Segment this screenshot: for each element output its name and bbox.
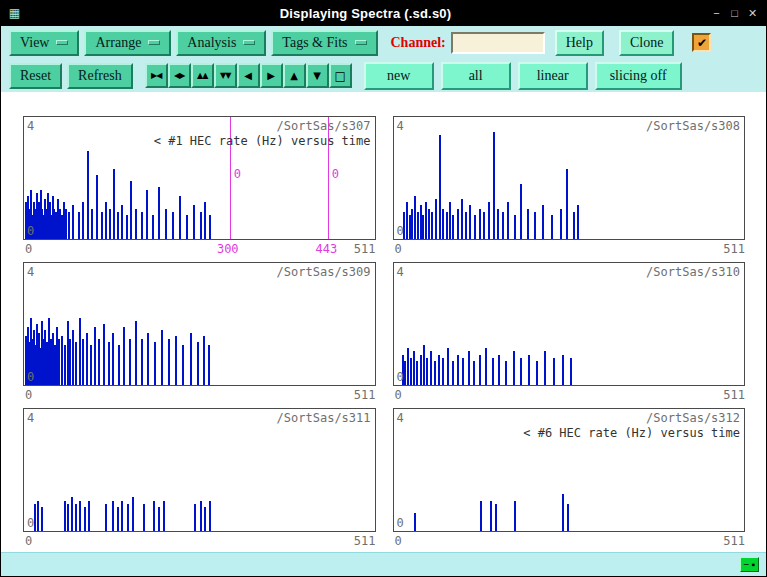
nav-double-up-icon[interactable]: ▲▲ [191,63,214,88]
menu-arrange-button[interactable]: Arrange [84,30,171,56]
menu-tags-fits-button[interactable]: Tags & Fits [271,30,377,56]
spectrum-spike [566,169,568,239]
spectrum-spike [78,212,80,239]
spectrum-spike [163,501,165,532]
spectrum-spike [439,135,441,239]
spectrum-spike [197,342,199,385]
spectrum-spike [505,361,507,385]
spectrum-spike [72,205,74,239]
plot-s309[interactable]: 4 /SortSas/s309 0 [23,262,376,386]
spectrum-spike [449,202,451,239]
spectrum-spike [121,205,123,239]
clone-button[interactable]: Clone [619,30,674,56]
spectrum-spike [442,209,444,240]
plot-canvas [394,263,745,385]
spectrum-spike [135,209,137,240]
spectrum-spike [577,205,579,239]
y-max-label: 4 [27,119,34,133]
minimize-icon[interactable]: − [709,7,724,20]
spectrum-panel-s307: 00 4 /SortSas/s307 < #1 HEC rate (Hz) ve… [23,116,376,258]
plot-s311[interactable]: 4 /SortSas/s311 0 [23,408,376,532]
spectrum-spike [175,336,177,385]
spectrum-spike [416,361,418,385]
plot-subtitle: < #1 HEC rate (Hz) versus time [154,134,371,148]
y-max-label: 4 [27,265,34,279]
plot-title: /SortSas/s312 [646,411,740,425]
all-button[interactable]: all [441,62,511,90]
spectrum-spike [452,361,454,385]
spectrum-spike [161,330,163,385]
cursor-value-label: 0 [234,167,241,181]
close-icon[interactable]: ✕ [745,7,760,20]
spectrum-spike [446,212,448,239]
y-max-label: 4 [397,265,404,279]
menu-view-button[interactable]: View [9,30,79,56]
spectrum-spike [64,501,66,532]
spectrum-spike [158,187,160,239]
menu-analysis-button[interactable]: Analysis [176,30,266,56]
spectrum-spike [135,321,137,385]
nav-full-view-icon[interactable]: □ [329,63,352,88]
maximize-icon[interactable]: □ [727,7,742,20]
y-max-label: 4 [397,119,404,133]
nav-collapse-horizontal-icon[interactable]: ▶◀ [145,63,168,88]
spectrum-spike [182,345,184,385]
x-max-label: 511 [723,388,745,402]
spectrum-spike [414,196,416,239]
spectrum-spike [426,358,428,385]
nav-double-down-icon[interactable]: ▼▼ [214,63,237,88]
nav-up-icon[interactable]: ▲ [283,63,306,88]
x-min-label: 0 [25,534,32,548]
x-min-label: 0 [395,388,402,402]
spectrum-spike [488,202,490,239]
spectrum-spike [442,358,444,385]
spectrum-spike [490,501,492,532]
x-max-label: 511 [354,242,376,256]
spectrum-spike [573,212,575,239]
help-button[interactable]: Help [555,30,604,56]
plot-subtitle: < #6 HEC rate (Hz) versus time [523,426,740,440]
refresh-button[interactable]: Refresh [67,63,133,89]
nav-left-icon[interactable]: ◀ [237,63,260,88]
nav-right-icon[interactable]: ▶ [260,63,283,88]
spectrum-spike [452,215,454,239]
plot-s312[interactable]: 4 /SortSas/s312 < #6 HEC rate (Hz) versu… [393,408,746,532]
refresh-label: Refresh [78,68,122,84]
spectrum-spike [479,355,481,386]
nav-down-icon[interactable]: ▼ [306,63,329,88]
spectrum-spike [553,358,555,385]
spectrum-spike [434,361,436,385]
channel-input[interactable] [451,32,545,54]
spectrum-spike [118,345,120,385]
iconify-widget[interactable]: − ▪ [740,557,759,572]
nav-expand-horizontal-icon[interactable]: ◀▶ [168,63,191,88]
spectrum-spike [143,504,145,531]
reset-button[interactable]: Reset [9,63,62,89]
spectrum-spike [420,205,422,239]
cursor-axis-label: 443 [316,242,338,256]
option-checkbox[interactable]: ✔ [692,33,711,52]
spectrum-spike [117,507,119,531]
plot-s310[interactable]: 4 /SortSas/s310 0 [393,262,746,386]
y-min-label: 0 [397,370,404,384]
menu-analysis-label: Analysis [187,35,236,51]
spectrum-spike [203,336,205,385]
title-bar: ▦ Displaying Spectra (.sd.s0) − □ ✕ [1,1,766,26]
spectrum-spike [146,190,148,239]
new-button[interactable]: new [364,62,434,90]
spectrum-spike [126,215,128,239]
x-max-label: 511 [723,242,745,256]
slicing-toggle-button[interactable]: slicing off [595,62,682,90]
plot-canvas [24,409,375,531]
menu-indicator-icon [56,40,68,45]
y-max-label: 4 [27,411,34,425]
plot-s308[interactable]: 4 /SortSas/s308 0 [393,116,746,240]
plot-s307[interactable]: 00 4 /SortSas/s307 < #1 HEC rate (Hz) ve… [23,116,376,240]
linear-button[interactable]: linear [518,62,588,90]
clone-label: Clone [630,35,663,51]
spectrum-spike [158,507,160,531]
y-min-label: 0 [397,224,404,238]
iconify-minus-icon: − [744,560,750,570]
spectrum-spike [542,205,544,239]
spectrum-spike [457,355,459,386]
